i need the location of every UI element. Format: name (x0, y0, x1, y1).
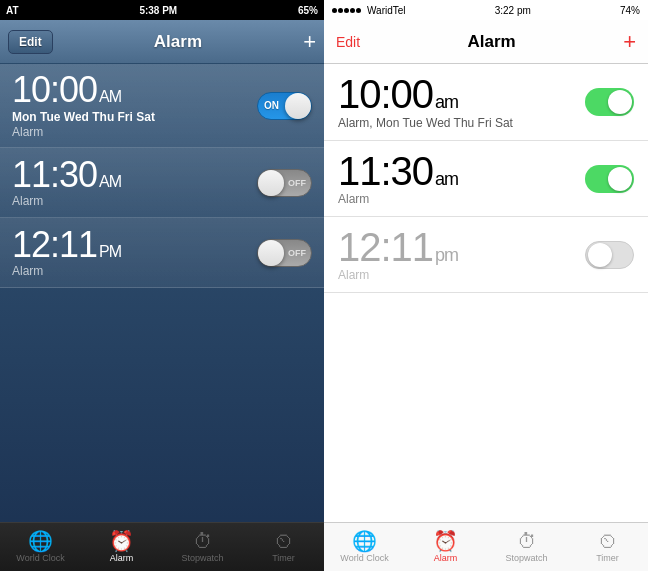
alarm-label: Alarm (12, 125, 257, 139)
battery-left: 65% (298, 5, 318, 16)
signal-dot (338, 8, 343, 13)
ampm: PM (99, 243, 121, 260)
signal-dots (332, 8, 361, 13)
tab-label: Alarm (110, 553, 134, 563)
ios7-toggle-off[interactable] (585, 241, 634, 269)
phone-right: WaridTel 3:22 pm 74% Edit Alarm + 10:00a… (324, 0, 648, 571)
alarm-time: 12:11pm (338, 227, 585, 267)
alarm-item[interactable]: 10:00AM Mon Tue Wed Thu Fri Sat Alarm (0, 64, 324, 148)
alarm-item[interactable]: 12:11PM Alarm (0, 218, 324, 288)
nav-bar-left: Edit Alarm + (0, 20, 324, 64)
tab-stopwatch-right[interactable]: ⏱ Stopwatch (486, 523, 567, 571)
ampm: AM (99, 173, 121, 190)
status-left: WaridTel (332, 5, 406, 16)
add-alarm-button-right[interactable]: + (623, 29, 636, 55)
nav-bar-right: Edit Alarm + (324, 20, 648, 64)
alarm-time: 10:00AM (12, 72, 257, 108)
toggle-on[interactable] (257, 92, 312, 120)
ios7-toggle-on[interactable] (585, 88, 634, 116)
ios7-toggle-on[interactable] (585, 165, 634, 193)
alarm-time-block: 10:00AM Mon Tue Wed Thu Fri Sat Alarm (12, 72, 257, 139)
tab-bar-right: 🌐 World Clock ⏰ Alarm ⏱ Stopwatch ⏲ Time… (324, 522, 648, 571)
edit-button-left[interactable]: Edit (8, 30, 53, 54)
ampm: am (435, 169, 458, 189)
alarm-label: Alarm (338, 192, 585, 206)
alarm-item[interactable]: 11:30am Alarm (324, 141, 648, 217)
signal-dot (356, 8, 361, 13)
world-clock-icon: 🌐 (352, 531, 377, 551)
alarm-label: Alarm (12, 194, 257, 208)
tab-alarm-left[interactable]: ⏰ Alarm (81, 523, 162, 571)
carrier-left: AT (6, 5, 19, 16)
alarm-time-block: 12:11pm Alarm (338, 227, 585, 282)
tab-label: World Clock (16, 553, 64, 563)
alarm-list-right: 10:00am Alarm, Mon Tue Wed Thu Fri Sat 1… (324, 64, 648, 522)
timer-icon: ⏲ (274, 531, 294, 551)
alarm-time-block: 10:00am Alarm, Mon Tue Wed Thu Fri Sat (338, 74, 585, 130)
time-left: 5:38 PM (139, 5, 177, 16)
nav-title-left: Alarm (154, 32, 202, 52)
tab-label: Stopwatch (505, 553, 547, 563)
time-right: 3:22 pm (495, 5, 531, 16)
tab-label: Timer (272, 553, 295, 563)
tab-world-clock-left[interactable]: 🌐 World Clock (0, 523, 81, 571)
status-bar-left: AT 5:38 PM 65% (0, 0, 324, 20)
signal-dot (344, 8, 349, 13)
status-bar-right: WaridTel 3:22 pm 74% (324, 0, 648, 20)
alarm-days: Alarm, Mon Tue Wed Thu Fri Sat (338, 116, 585, 130)
tab-label: Stopwatch (181, 553, 223, 563)
alarm-time: 11:30AM (12, 157, 257, 193)
alarm-label: Alarm (12, 264, 257, 278)
ampm: am (435, 92, 458, 112)
tab-bar-left: 🌐 World Clock ⏰ Alarm ⏱ Stopwatch ⏲ Time… (0, 522, 324, 571)
tab-label: World Clock (340, 553, 388, 563)
alarm-time-block: 11:30AM Alarm (12, 157, 257, 208)
alarm-days: Mon Tue Wed Thu Fri Sat (12, 110, 257, 124)
alarm-item[interactable]: 10:00am Alarm, Mon Tue Wed Thu Fri Sat (324, 64, 648, 141)
stopwatch-icon: ⏱ (193, 531, 213, 551)
tab-alarm-right[interactable]: ⏰ Alarm (405, 523, 486, 571)
alarm-time: 12:11PM (12, 227, 257, 263)
world-clock-icon: 🌐 (28, 531, 53, 551)
tab-label: Alarm (434, 553, 458, 563)
alarm-icon: ⏰ (433, 531, 458, 551)
toggle-off[interactable] (257, 239, 312, 267)
ampm: pm (435, 245, 458, 265)
tab-world-clock-right[interactable]: 🌐 World Clock (324, 523, 405, 571)
phone-left: AT 5:38 PM 65% Edit Alarm + 10:00AM Mon … (0, 0, 324, 571)
alarm-time-block: 12:11PM Alarm (12, 227, 257, 278)
alarm-label: Alarm (338, 268, 585, 282)
signal-dot (350, 8, 355, 13)
alarm-list-left: 10:00AM Mon Tue Wed Thu Fri Sat Alarm 11… (0, 64, 324, 522)
stopwatch-icon: ⏱ (517, 531, 537, 551)
battery-right: 74% (620, 5, 640, 16)
add-alarm-button-left[interactable]: + (303, 29, 316, 55)
ampm: AM (99, 88, 121, 105)
nav-title-right: Alarm (468, 32, 516, 52)
alarm-icon: ⏰ (109, 531, 134, 551)
toggle-off[interactable] (257, 169, 312, 197)
edit-button-right[interactable]: Edit (336, 34, 360, 50)
status-right: 74% (620, 5, 640, 16)
tab-timer-right[interactable]: ⏲ Timer (567, 523, 648, 571)
alarm-time: 11:30am (338, 151, 585, 191)
timer-icon: ⏲ (598, 531, 618, 551)
carrier-right: WaridTel (367, 5, 406, 16)
tab-stopwatch-left[interactable]: ⏱ Stopwatch (162, 523, 243, 571)
alarm-item[interactable]: 11:30AM Alarm (0, 148, 324, 218)
signal-dot (332, 8, 337, 13)
alarm-time: 10:00am (338, 74, 585, 114)
alarm-time-block: 11:30am Alarm (338, 151, 585, 206)
tab-label: Timer (596, 553, 619, 563)
alarm-item[interactable]: 12:11pm Alarm (324, 217, 648, 293)
tab-timer-left[interactable]: ⏲ Timer (243, 523, 324, 571)
